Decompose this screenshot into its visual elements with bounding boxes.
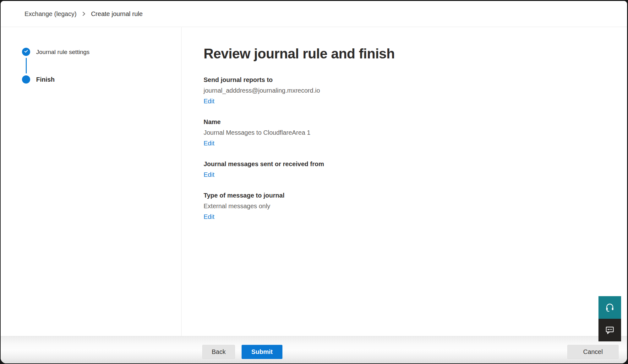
section-label: Journal messages sent or received from (204, 159, 614, 169)
section-value: journal_adddress@journaling.mxrecord.io (204, 85, 614, 96)
section-label: Name (204, 117, 614, 127)
section-value: External messages only (204, 201, 614, 211)
section-label: Send journal reports to (204, 74, 614, 85)
edit-link-name[interactable]: Edit (204, 138, 214, 149)
back-button[interactable]: Back (202, 345, 235, 359)
edit-link-type-of-message[interactable]: Edit (204, 211, 214, 222)
breadcrumb-exchange-legacy[interactable]: Exchange (legacy) (25, 10, 77, 18)
feedback-button[interactable] (598, 319, 621, 341)
review-section-journal-messages-from: Journal messages sent or received from E… (204, 159, 614, 180)
edit-link-send-journal-reports-to[interactable]: Edit (204, 96, 214, 106)
page-title: Review journal rule and finish (204, 44, 614, 64)
review-section-name: Name Journal Messages to CloudflareArea … (204, 117, 614, 149)
step-connector-line (26, 58, 27, 73)
headset-icon (605, 302, 615, 313)
check-icon (24, 49, 29, 55)
section-value: Journal Messages to CloudflareArea 1 (204, 127, 614, 138)
chevron-right-icon (82, 11, 86, 17)
step-completed-indicator[interactable] (22, 48, 30, 56)
step-current-indicator (22, 75, 30, 84)
breadcrumb: Exchange (legacy) Create journal rule (1, 1, 627, 27)
wizard-footer: Back Submit Cancel (1, 336, 627, 363)
breadcrumb-create-journal-rule: Create journal rule (91, 10, 143, 18)
submit-button[interactable]: Submit (242, 345, 282, 359)
wizard-steps-panel: Journal rule settings Finish (1, 27, 182, 336)
app-window: Exchange (legacy) Create journal rule Jo… (1, 1, 627, 363)
review-section-type-of-message: Type of message to journal External mess… (204, 190, 614, 222)
review-section-send-journal-reports-to: Send journal reports to journal_adddress… (204, 74, 614, 106)
wizard-step-finish: Finish (36, 76, 55, 83)
edit-link-journal-messages-from[interactable]: Edit (204, 169, 214, 180)
wizard-step-journal-rule-settings[interactable]: Journal rule settings (36, 49, 90, 56)
section-label: Type of message to journal (204, 190, 614, 201)
help-button[interactable] (598, 296, 621, 319)
cancel-button[interactable]: Cancel (567, 345, 619, 359)
review-pane: Review journal rule and finish Send jour… (182, 27, 627, 336)
feedback-chat-icon (605, 325, 615, 336)
